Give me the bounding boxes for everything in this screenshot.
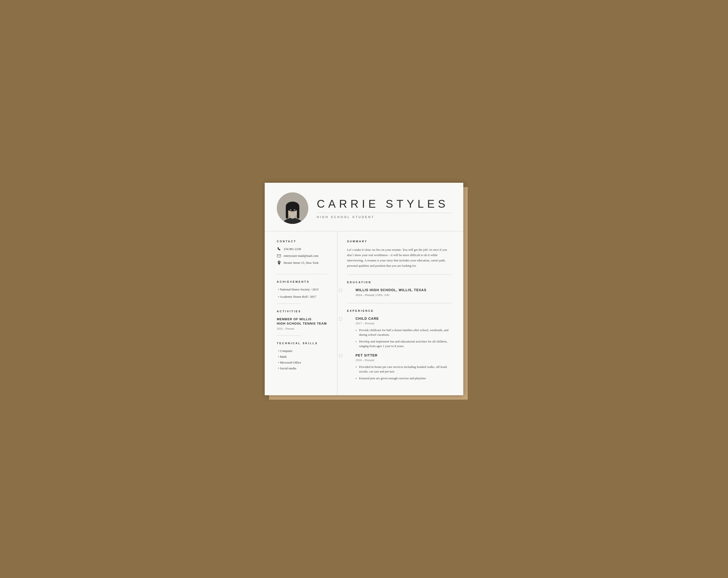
summary-text: Let`s make it clear: no lies on your res… — [347, 247, 451, 269]
svg-rect-6 — [297, 207, 299, 219]
resume-body: CONTACT 234.981.2238 — [265, 231, 463, 395]
right-column: SUMMARY Let`s make it clear: no lies on … — [337, 231, 463, 395]
job-1: CHILD CARE 2017 – Present • Provide chil… — [347, 316, 451, 349]
bullet-dot: • — [356, 328, 357, 333]
address-text: Dexter Street 15, New York — [284, 261, 318, 265]
activities-divider — [277, 335, 301, 336]
job-2-title: PET SITTER — [356, 353, 451, 357]
skill-item-3: Microsoft Office — [277, 361, 328, 364]
achievements-section: ACHIEVEMENTS National Honor Society / 20… — [277, 280, 328, 299]
page-wrapper: CARRIE STYLES HIGH SCHOOL STUDENT CONTAC… — [265, 183, 463, 395]
education-section: EDUCATION WILLIS HIGH SCHOOL, WILLIS, TE… — [347, 281, 451, 297]
profile-photo — [277, 192, 308, 224]
job-2-bullet-2: • Ensured pets are given enough exercise… — [356, 376, 451, 381]
header-text: CARRIE STYLES HIGH SCHOOL STUDENT — [317, 197, 451, 219]
bullet-dot: • — [356, 376, 357, 381]
left-column: CONTACT 234.981.2238 — [265, 231, 337, 395]
job-1-bullet-2: • Develop and implement fun and educatio… — [356, 339, 451, 349]
education-block: WILLIS HIGH SCHOOL, WILLIS, TEXAS 2014 –… — [347, 288, 451, 297]
activity-date: 2016 – Present — [277, 327, 328, 331]
address-item: Dexter Street 15, New York — [277, 261, 328, 265]
contact-section-title: CONTACT — [277, 240, 328, 243]
phone-item: 234.981.2238 — [277, 247, 328, 251]
edu-timeline-dot — [339, 289, 342, 292]
activities-section: ACTIVITIES MEMBER OF WILLIS HIGH SCHOOL … — [277, 310, 328, 331]
summary-section-title: SUMMARY — [347, 240, 451, 243]
summary-divider — [347, 274, 451, 275]
email-address: enteryoure-mail@mail.com — [284, 254, 318, 258]
svg-point-8 — [294, 209, 295, 210]
experience-section-title: EXPERIENCE — [347, 309, 451, 312]
job-2-timeline-dot — [339, 354, 342, 358]
education-divider — [347, 303, 451, 303]
bullet-dot: • — [356, 339, 357, 344]
activity-title: MEMBER OF WILLIS HIGH SCHOOL TENNIS TEAM — [277, 317, 328, 326]
contact-section: CONTACT 234.981.2238 — [277, 240, 328, 274]
resume-document: CARRIE STYLES HIGH SCHOOL STUDENT CONTAC… — [265, 183, 463, 395]
resume-header: CARRIE STYLES HIGH SCHOOL STUDENT — [265, 183, 463, 231]
skills-section-title: TECHNICAL SKILLS — [277, 342, 328, 345]
skills-section: TECHNICAL SKILLS Computer Math Microsoft… — [277, 342, 328, 370]
job-1-title: CHILD CARE — [356, 316, 451, 321]
candidate-title: HIGH SCHOOL STUDENT — [317, 215, 451, 219]
email-item: enteryoure-mail@mail.com — [277, 254, 328, 258]
skill-item-1: Computer — [277, 349, 328, 353]
svg-point-7 — [290, 209, 292, 210]
candidate-name: CARRIE STYLES — [317, 197, 451, 210]
job-1-bullet-1: • Provide childcare for half a dozen fam… — [356, 328, 451, 337]
email-icon — [277, 254, 281, 257]
contact-divider — [277, 274, 328, 274]
achievements-section-title: ACHIEVEMENTS — [277, 280, 328, 283]
phone-icon — [277, 247, 281, 251]
activities-section-title: ACTIVITIES — [277, 310, 328, 313]
job-2-bullet-1: • Provided in-home pet care services inc… — [356, 364, 451, 374]
phone-number: 234.981.2238 — [284, 247, 301, 251]
job-2-date: 2016 – Present — [356, 358, 451, 362]
experience-section: EXPERIENCE CHILD CARE 2017 – Present • P… — [347, 309, 451, 381]
skill-item-2: Math — [277, 355, 328, 359]
achievement-item-2: Academic Honor Roll / 2017 — [277, 295, 328, 299]
school-name: WILLIS HIGH SCHOOL, WILLIS, TEXAS — [356, 288, 451, 292]
job-1-date: 2017 – Present — [356, 322, 451, 325]
achievement-item-1: National Honor Society / 2015 — [277, 287, 328, 292]
education-section-title: EDUCATION — [347, 281, 451, 284]
svg-rect-5 — [286, 207, 288, 219]
skill-item-4: Social media — [277, 366, 328, 370]
school-detail: 2014 – Present | GPA: 3.81 — [356, 293, 451, 297]
job-2: PET SITTER 2016 – Present • Provided in-… — [347, 353, 451, 381]
bullet-dot: • — [356, 365, 357, 369]
summary-section: SUMMARY Let`s make it clear: no lies on … — [347, 240, 451, 269]
job-1-timeline-dot — [339, 317, 342, 321]
location-icon — [277, 261, 281, 265]
